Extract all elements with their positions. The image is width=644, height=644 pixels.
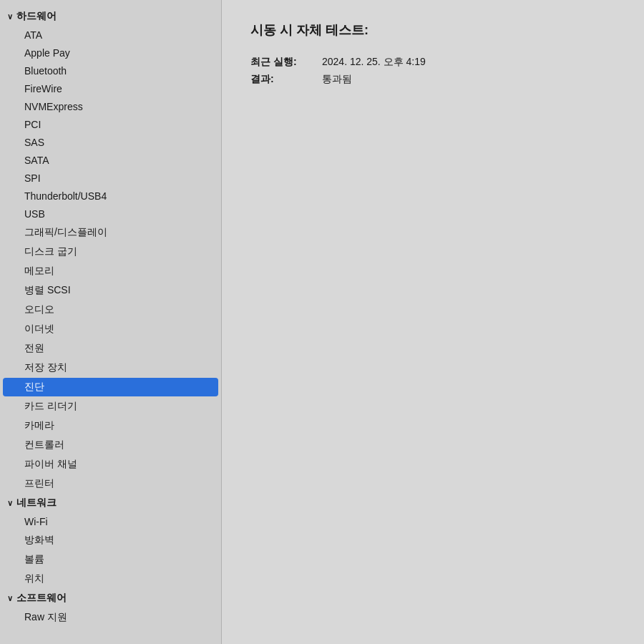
sidebar-item-볼륨[interactable]: 볼륨	[3, 550, 218, 569]
sidebar-item-Thunderbolt/USB4[interactable]: Thunderbolt/USB4	[3, 187, 218, 205]
chevron-icon: ∨	[7, 594, 13, 603]
sidebar-item-진단[interactable]: 진단	[3, 378, 218, 396]
sidebar-item-NVMExpress[interactable]: NVMExpress	[3, 98, 218, 115]
sidebar-item-USB[interactable]: USB	[3, 205, 218, 223]
sidebar-item-방화벽[interactable]: 방화벽	[3, 531, 218, 550]
content-row-label-1: 결과:	[250, 73, 322, 86]
sidebar-item-저장 장치[interactable]: 저장 장치	[3, 358, 218, 377]
sidebar-item-디스크 굽기[interactable]: 디스크 굽기	[3, 243, 218, 261]
sidebar-item-그래픽/디스플레이[interactable]: 그래픽/디스플레이	[3, 223, 218, 242]
sidebar-item-위치[interactable]: 위치	[3, 570, 218, 588]
section-label: 네트워크	[16, 497, 57, 509]
content-row-1: 결과:통과됨	[250, 73, 615, 86]
sidebar-item-카드 리더기[interactable]: 카드 리더기	[3, 397, 218, 416]
sidebar-item-파이버 채널[interactable]: 파이버 채널	[3, 455, 218, 474]
sidebar-item-병렬 SCSI[interactable]: 병렬 SCSI	[3, 281, 218, 300]
sidebar: ∨하드웨어ATAApple PayBluetoothFireWireNVMExp…	[0, 0, 222, 644]
content-row-value-1: 통과됨	[322, 73, 352, 86]
section-label: 하드웨어	[16, 10, 57, 23]
sidebar-item-SAS[interactable]: SAS	[3, 134, 218, 151]
section-header-0[interactable]: ∨하드웨어	[0, 7, 221, 26]
sidebar-item-PCI[interactable]: PCI	[3, 116, 218, 133]
sidebar-item-ATA[interactable]: ATA	[3, 26, 218, 44]
sidebar-item-프린터[interactable]: 프린터	[3, 474, 218, 493]
section-header-2[interactable]: ∨소프트웨어	[0, 589, 221, 608]
content-row-value-0: 2024. 12. 25. 오후 4:19	[322, 56, 426, 69]
sidebar-item-오디오[interactable]: 오디오	[3, 301, 218, 319]
content-area: 시동 시 자체 테스트: 최근 실행:2024. 12. 25. 오후 4:19…	[222, 0, 644, 644]
sidebar-item-Wi-Fi[interactable]: Wi-Fi	[3, 513, 218, 530]
content-row-label-0: 최근 실행:	[250, 56, 322, 69]
sidebar-item-이더넷[interactable]: 이더넷	[3, 320, 218, 338]
content-rows: 최근 실행:2024. 12. 25. 오후 4:19결과:통과됨	[250, 56, 615, 86]
sidebar-item-Apple Pay[interactable]: Apple Pay	[3, 44, 218, 62]
sidebar-item-전원[interactable]: 전원	[3, 339, 218, 358]
sidebar-item-카메라[interactable]: 카메라	[3, 416, 218, 435]
content-row-0: 최근 실행:2024. 12. 25. 오후 4:19	[250, 56, 615, 69]
section-header-1[interactable]: ∨네트워크	[0, 494, 221, 512]
sidebar-item-Raw 지원[interactable]: Raw 지원	[3, 608, 218, 627]
chevron-icon: ∨	[7, 12, 13, 21]
sidebar-item-FireWire[interactable]: FireWire	[3, 80, 218, 97]
sidebar-item-Bluetooth[interactable]: Bluetooth	[3, 62, 218, 79]
content-title: 시동 시 자체 테스트:	[250, 21, 615, 39]
chevron-icon: ∨	[7, 499, 13, 508]
sidebar-item-SPI[interactable]: SPI	[3, 170, 218, 187]
sidebar-item-메모리[interactable]: 메모리	[3, 262, 218, 280]
sidebar-item-SATA[interactable]: SATA	[3, 152, 218, 169]
sidebar-item-컨트롤러[interactable]: 컨트롤러	[3, 436, 218, 454]
section-label: 소프트웨어	[16, 592, 67, 605]
